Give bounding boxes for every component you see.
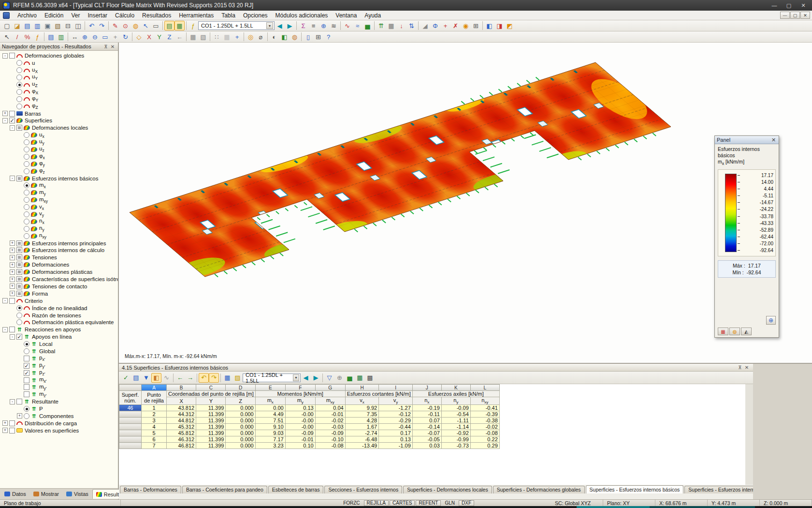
- tree-item-m-xy[interactable]: mxy: [1, 196, 118, 204]
- cell-value[interactable]: -0.19: [412, 405, 441, 411]
- tree-radio[interactable]: [16, 89, 22, 95]
- tree-item-reacciones-en-apoyos[interactable]: -⇈Reacciones en apoyos: [1, 326, 118, 333]
- cell-value[interactable]: -0.14: [412, 424, 441, 430]
- visibility-icon[interactable]: ◐: [269, 32, 279, 42]
- navigator-tab-mostrar[interactable]: Mostrar: [30, 489, 62, 499]
- tree-checkbox[interactable]: [9, 428, 15, 433]
- panel-tab-color-scale[interactable]: ▦: [718, 328, 728, 335]
- menu-archivo[interactable]: Archivo: [14, 11, 41, 20]
- diagram-moment-icon[interactable]: ∿: [342, 21, 352, 30]
- tree-item-criterio[interactable]: -Criterio: [1, 297, 118, 304]
- cell-grid-point[interactable]: 2: [142, 411, 167, 418]
- tree-radio[interactable]: [24, 219, 29, 224]
- column-prev-icon[interactable]: ←: [175, 373, 185, 383]
- tree-checkbox[interactable]: [16, 284, 22, 289]
- select-all-icon[interactable]: ▦: [188, 32, 198, 42]
- tree-radio[interactable]: [16, 104, 22, 109]
- row-header[interactable]: [119, 411, 142, 418]
- tree-checkbox[interactable]: [9, 327, 15, 332]
- tree-item---x[interactable]: φx: [1, 153, 118, 160]
- save-as-icon[interactable]: ▥: [32, 21, 43, 30]
- table-next-case-icon[interactable]: ▶: [311, 373, 321, 383]
- cell-value[interactable]: 0.03: [412, 443, 441, 449]
- tree-checkbox[interactable]: ✓: [24, 370, 29, 376]
- tree-radio[interactable]: [24, 139, 29, 145]
- tree-item-u-y[interactable]: uy: [1, 139, 118, 146]
- info-icon[interactable]: ◉: [461, 21, 471, 30]
- delete-results-icon[interactable]: ✗: [450, 21, 461, 30]
- cell-grid-point[interactable]: 5: [142, 430, 167, 436]
- panel-tab-filter[interactable]: ◭: [741, 328, 752, 335]
- cell-value[interactable]: -0.05: [412, 436, 441, 443]
- tree-radio[interactable]: [16, 75, 22, 80]
- move-view-icon[interactable]: ↔: [70, 32, 80, 42]
- tree-checkbox[interactable]: [16, 254, 22, 260]
- print-icon[interactable]: ⊟: [63, 21, 73, 30]
- tree-checkbox[interactable]: [16, 176, 22, 181]
- status-button-dxf[interactable]: DXF: [459, 500, 474, 506]
- cell-value[interactable]: 0.000: [226, 430, 255, 436]
- tree-radio[interactable]: [16, 313, 22, 318]
- tree-checkbox[interactable]: [16, 399, 22, 404]
- navigator-tab-vistas[interactable]: Vistas: [63, 489, 92, 499]
- tree-item-deformaciones-globales[interactable]: -Deformaciones globales: [1, 52, 118, 60]
- expand-icon[interactable]: +: [10, 291, 15, 296]
- cell-value[interactable]: -0.07: [412, 430, 441, 436]
- column-next-icon[interactable]: →: [185, 373, 195, 383]
- prev-loadcase-icon[interactable]: ◀: [275, 21, 285, 30]
- tree-item-m-zp[interactable]: ⇈mz': [1, 391, 118, 398]
- expand-icon[interactable]: +: [10, 248, 15, 253]
- row-header[interactable]: [119, 424, 142, 430]
- pin-icon[interactable]: ⊼: [102, 44, 109, 49]
- column-letter-D[interactable]: D: [226, 385, 255, 391]
- panel-zoom-button[interactable]: ⊕: [766, 316, 776, 325]
- redo-icon[interactable]: ↷: [97, 21, 107, 30]
- grid-toggle-icon[interactable]: ▦: [222, 32, 232, 42]
- tree-item-m-y[interactable]: my: [1, 189, 118, 196]
- tree-item-esfuerzos-internos-de-c-lculo[interactable]: +Esfuerzos internos de cálculo: [1, 247, 118, 254]
- minimize-button[interactable]: —: [768, 1, 781, 10]
- tree-checkbox[interactable]: [24, 391, 29, 397]
- tree-radio[interactable]: [24, 147, 29, 152]
- row-header[interactable]: [119, 443, 142, 449]
- cell-value[interactable]: -1.09: [379, 443, 413, 449]
- tree-radio[interactable]: [16, 67, 22, 73]
- new-file-icon[interactable]: ▢: [2, 21, 12, 30]
- rotate-view-icon[interactable]: ↻: [120, 32, 130, 42]
- menu-c-lculo[interactable]: Cálculo: [111, 11, 138, 20]
- table-close-icon[interactable]: ✕: [743, 365, 750, 370]
- cell-value[interactable]: 44.312: [167, 411, 196, 418]
- column-letter-F[interactable]: F: [285, 385, 315, 391]
- zoom-window-icon[interactable]: ▭: [100, 32, 110, 42]
- cell-grid-point[interactable]: 3: [142, 418, 167, 424]
- render-mode-icon[interactable]: ◍: [130, 21, 141, 30]
- chevron-down-icon[interactable]: ▼: [266, 22, 273, 29]
- cell-value[interactable]: -13.49: [345, 443, 379, 449]
- table-relations-icon[interactable]: ▅: [345, 373, 355, 383]
- result-values-icon[interactable]: ≡: [308, 21, 319, 30]
- cell-value[interactable]: -0.44: [379, 424, 413, 430]
- tree-item-u-x[interactable]: ux: [1, 132, 118, 139]
- cell-value[interactable]: 7.35: [345, 411, 379, 418]
- function-icon[interactable]: ƒ: [32, 32, 43, 42]
- tree-item-superficies[interactable]: -✓Superficies: [1, 117, 118, 124]
- search-result-icon[interactable]: ⊕: [319, 21, 329, 30]
- menu-ayuda[interactable]: Ayuda: [361, 11, 385, 20]
- cell-value[interactable]: 11.399: [196, 411, 226, 418]
- dock-windows-icon[interactable]: ⊞: [313, 32, 323, 42]
- cell-value[interactable]: 0.10: [285, 443, 315, 449]
- navigator-close-icon[interactable]: ✕: [109, 44, 116, 49]
- cell-value[interactable]: -0.54: [441, 411, 470, 418]
- clipping-icon[interactable]: ◧: [279, 32, 290, 42]
- tree-item-u[interactable]: u: [1, 60, 118, 67]
- tree-item-u-z[interactable]: uz: [1, 146, 118, 153]
- tree-radio[interactable]: [24, 190, 29, 195]
- table-tab[interactable]: Superficies - Esfuerzos internos básicos: [586, 485, 684, 493]
- cell-value[interactable]: 0.000: [226, 411, 255, 418]
- tree-item---Y[interactable]: φY: [1, 95, 118, 103]
- cell-value[interactable]: 44.812: [167, 418, 196, 424]
- cell-value[interactable]: 11.399: [196, 430, 226, 436]
- tree-checkbox[interactable]: [9, 420, 15, 426]
- tree-item-forma[interactable]: +Forma: [1, 290, 118, 297]
- expand-icon[interactable]: +: [10, 262, 15, 268]
